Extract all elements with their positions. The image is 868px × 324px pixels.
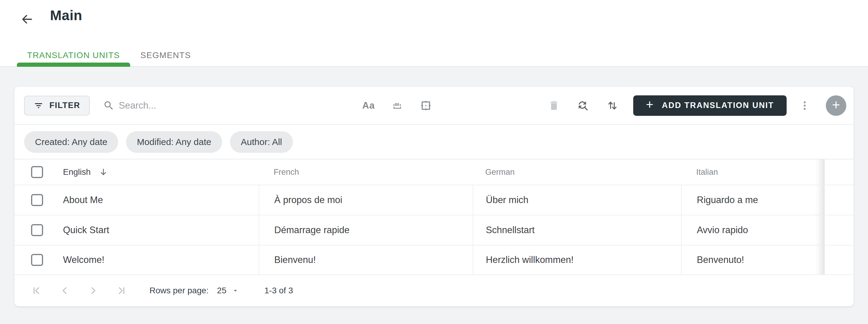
last-page-button[interactable] [112,281,131,300]
next-page-button[interactable] [84,281,102,300]
cell-english[interactable]: Quick Start [49,215,258,245]
filter-chips-row: Created: Any date Modified: Any date Aut… [14,125,854,159]
cell-italian[interactable]: Benvenuto! [681,246,824,274]
table-header-row: English French German Italian [14,159,854,185]
row-checkbox[interactable] [31,194,43,206]
filter-chip-author[interactable]: Author: All [230,131,293,153]
row-checkbox[interactable] [31,254,43,266]
chevron-right-icon [87,285,99,296]
filter-button[interactable]: FILTER [24,96,90,115]
search-field [103,100,324,111]
cell-extra [824,185,854,215]
column-header-extra [824,159,854,185]
tab-bar: TRANSLATION UNITS SEGMENTS [17,44,201,67]
tab-label: TRANSLATION UNITS [27,50,120,60]
back-button[interactable] [17,9,37,30]
search-options: Aa [362,99,432,112]
chevron-left-icon [59,285,70,296]
toolbar-actions [548,99,619,112]
tab-translation-units[interactable]: TRANSLATION UNITS [17,44,130,67]
filter-chip-created[interactable]: Created: Any date [24,131,118,153]
page-title: Main [50,7,82,24]
cell-french[interactable]: Bienvenu! [258,246,472,274]
page-header: Main TRANSLATION UNITS SEGMENTS [0,0,868,67]
cell-english[interactable]: About Me [49,185,258,215]
match-word-icon [391,100,403,112]
sort-arrow-down-icon [98,167,108,177]
rows-per-page-label: Rows per page: [150,286,209,295]
regex-icon [420,99,432,112]
cell-french[interactable]: Démarrage rapide [258,215,472,245]
rows-per-page-value: 25 [217,286,226,295]
column-header-english[interactable]: English [49,159,258,185]
add-translation-unit-button[interactable]: + ADD TRANSLATION UNIT [633,95,786,116]
pagination: Rows per page: 25 1-3 of 3 [14,275,854,306]
filter-chip-modified[interactable]: Modified: Any date [126,131,222,153]
select-all-checkbox[interactable] [31,166,43,178]
tab-segments[interactable]: SEGMENTS [130,44,201,67]
trash-icon [548,100,560,111]
column-header-french[interactable]: French [258,159,472,185]
search-input[interactable] [119,100,324,111]
search-icon [103,100,115,111]
rows-per-page-select[interactable]: 25 [217,286,239,295]
cell-extra [824,215,854,245]
row-checkbox[interactable] [31,224,43,236]
active-tab-indicator [17,63,130,67]
delete-button[interactable] [548,100,560,111]
find-replace-icon [577,99,589,112]
add-circle-button[interactable]: + [826,95,846,116]
sort-up-down-icon [606,99,619,112]
last-page-icon [116,285,127,296]
cell-italian[interactable]: Avvio rapido [681,215,824,245]
cell-italian[interactable]: Riguardo a me [681,185,824,215]
previous-page-button[interactable] [56,281,74,300]
match-word-toggle[interactable] [391,100,403,112]
find-replace-button[interactable] [577,99,589,112]
more-options-button[interactable] [799,100,811,112]
dropdown-arrow-icon [232,287,239,294]
regex-toggle[interactable] [420,99,432,112]
cell-french[interactable]: À propos de moi [258,185,472,215]
tab-label: SEGMENTS [141,50,191,60]
table-row[interactable]: About Me À propos de moi Über mich Rigua… [14,185,854,215]
cell-english[interactable]: Welcome! [49,246,258,274]
row-checkbox-cell [14,215,49,245]
table-row[interactable]: Quick Start Démarrage rapide Schnellstar… [14,215,854,245]
select-all-cell [14,159,49,185]
row-checkbox-cell [14,246,49,274]
translation-units-card: FILTER Aa [14,87,854,306]
content-area: FILTER Aa [0,67,868,324]
first-page-button[interactable] [27,281,46,300]
filter-icon [34,101,43,110]
sort-button[interactable] [606,99,619,112]
table-row[interactable]: Welcome! Bienvenu! Herzlich willkommen! … [14,245,854,275]
cell-extra [824,246,854,274]
translation-units-table: English French German Italian About Me À… [14,159,854,275]
first-page-icon [31,285,42,296]
pagination-range: 1-3 of 3 [264,286,293,295]
column-header-german[interactable]: German [472,159,681,185]
pagination-nav [27,281,131,300]
back-arrow-icon [20,12,34,26]
cell-german[interactable]: Herzlich willkommen! [472,246,681,274]
row-checkbox-cell [14,185,49,215]
more-vert-icon [799,100,811,112]
match-case-toggle[interactable]: Aa [362,100,375,111]
column-header-italian[interactable]: Italian [681,159,824,185]
toolbar: FILTER Aa [14,87,854,125]
add-translation-unit-label: ADD TRANSLATION UNIT [662,101,774,110]
plus-icon: + [646,105,654,107]
cell-german[interactable]: Über mich [472,185,681,215]
cell-german[interactable]: Schnellstart [472,215,681,245]
filter-button-label: FILTER [50,101,80,110]
